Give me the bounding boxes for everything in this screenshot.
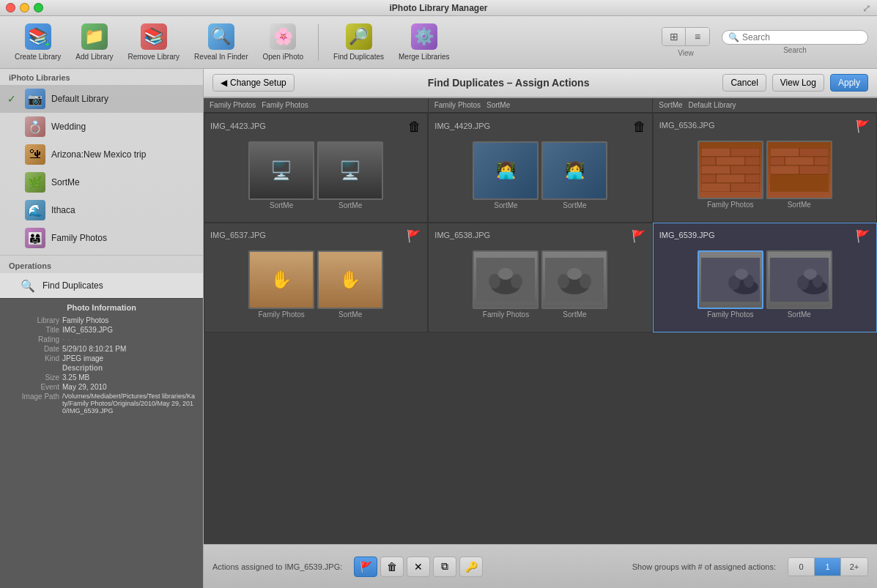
brick-thumb-6536-2 — [768, 142, 831, 198]
info-description-header: Description — [62, 364, 103, 372]
dup-thumb-item-6538-2[interactable]: SortMe — [541, 250, 607, 319]
flag-action-button[interactable]: 🚩 — [354, 557, 377, 577]
search-input[interactable] — [742, 32, 862, 42]
dup-thumb-label-6537-1: Family Photos — [258, 310, 304, 319]
dup-cell-img4429[interactable]: IMG_4429.JPG 🗑 👩‍💻 SortMe — [428, 113, 652, 223]
dup-thumb-4423-2: 🖥️ — [317, 141, 383, 200]
dup-cell-img4423[interactable]: IMG_4423.JPG 🗑 🖥️ SortMe — [204, 113, 428, 223]
sidebar-item-ithaca[interactable]: 🌊 Ithaca — [0, 196, 203, 224]
dup-content-6537: ✋ Family Photos ✋ SortMe — [210, 243, 421, 326]
dup-thumb-pair-6536: Family Photos — [697, 141, 832, 209]
create-library-icon: 📚 + — [25, 23, 51, 50]
info-label-title: Title — [7, 326, 62, 334]
dup-cell-img6539[interactable]: IMG_6539.JPG 🚩 — [653, 223, 877, 332]
computer2-thumb-1: 👩‍💻 — [474, 143, 537, 198]
info-row-library: Library Family Photos — [7, 316, 196, 324]
create-library-button[interactable]: 📚 + Create Library — [9, 21, 67, 64]
svg-rect-1 — [701, 148, 730, 157]
default-library-name: Default Library — [51, 94, 108, 104]
reveal-finder-button[interactable]: 🔍 Reveal In Finder — [188, 21, 254, 64]
show-count-buttons[interactable]: 0 1 2+ — [788, 557, 868, 576]
svg-point-23 — [489, 274, 500, 289]
count-btn-0[interactable]: 0 — [788, 558, 815, 576]
svg-point-30 — [567, 268, 582, 280]
find-duplicates-toolbar-button[interactable]: 🔎 Find Duplicates — [328, 21, 390, 64]
duplicates-scroll[interactable]: IMG_4423.JPG 🗑 🖥️ SortMe — [204, 113, 877, 544]
dup-thumb-6536-1 — [697, 141, 763, 199]
dup-thumb-item-4429-1[interactable]: 👩‍💻 SortMe — [473, 141, 539, 209]
computer2-thumb-2: 👩‍💻 — [543, 143, 606, 198]
flag-action-6538[interactable]: 🚩 — [632, 229, 646, 243]
merge-libraries-button[interactable]: ⚙️ Merge Libraries — [393, 21, 455, 64]
key-action-button[interactable]: 🔑 — [459, 557, 483, 577]
dup-thumb-6538-1 — [473, 250, 539, 309]
sortme-img: 🌿 — [25, 172, 45, 193]
crawl-thumb-6538-2 — [543, 252, 606, 308]
dup-thumb-item-4429-2[interactable]: 👩‍💻 SortMe — [541, 141, 607, 209]
panel-title: Find Duplicates – Assign Actions — [300, 77, 717, 89]
window-title: iPhoto Library Manager — [389, 3, 487, 13]
open-iphoto-button[interactable]: 🌸 Open iPhoto — [256, 21, 309, 64]
dup-thumb-item-6536-2[interactable]: SortMe — [766, 141, 832, 209]
trash-action-4429[interactable]: 🗑 — [633, 119, 646, 135]
top-row-cell-0-col2: Family Photos — [262, 101, 308, 109]
hand-thumb-6537-1: ✋ — [250, 252, 313, 308]
maximize-button[interactable] — [34, 3, 43, 12]
cancel-button[interactable]: Cancel — [722, 74, 766, 92]
dup-thumb-item-6537-1[interactable]: ✋ Family Photos — [248, 250, 314, 319]
dup-thumb-item-6539-1[interactable]: Family Photos — [697, 250, 763, 319]
flag-action-6536[interactable]: 🚩 — [856, 119, 870, 133]
count-btn-1[interactable]: 1 — [815, 558, 841, 576]
dup-filename-4429: IMG_4429.JPG — [434, 122, 490, 130]
sidebar-item-family[interactable]: 👨‍👩‍👧 Family Photos — [0, 224, 203, 252]
flag-action-6537[interactable]: 🚩 — [407, 229, 421, 243]
top-row-header: Family Photos Family Photos Family Photo… — [204, 98, 877, 113]
dup-cell-img6536[interactable]: IMG_6536.JPG 🚩 — [653, 113, 877, 223]
sidebar-item-find-duplicates[interactable]: 🔍 Find Duplicates — [0, 273, 203, 298]
top-row-cell-2-col1: SortMe — [659, 101, 682, 109]
info-row-kind: Kind JPEG image — [7, 354, 196, 362]
dup-cell-img6537[interactable]: IMG_6537.JPG 🚩 ✋ Family Photos — [204, 223, 428, 332]
minimize-button[interactable] — [20, 3, 29, 12]
clear-action-button[interactable]: ✕ — [407, 557, 430, 577]
list-view-button[interactable]: ≡ — [686, 28, 709, 45]
dup-thumb-item-6538-1[interactable]: Family Photos — [473, 250, 539, 319]
crawl-thumb-6539-selected — [699, 252, 762, 308]
dup-thumb-pair-6539: Family Photos — [697, 250, 832, 319]
top-row-cell-1: Family Photos SortMe — [429, 98, 654, 112]
search-input-wrap[interactable]: 🔍 — [722, 30, 868, 45]
dup-thumb-item-4423-2[interactable]: 🖥️ SortMe — [317, 141, 383, 209]
trash-action-4423[interactable]: 🗑 — [408, 119, 421, 135]
dup-thumb-item-6536-1[interactable]: Family Photos — [697, 141, 763, 209]
svg-rect-16 — [785, 157, 814, 165]
sidebar-item-arizona[interactable]: 🏜 Arizona:New Mexico trip — [0, 141, 203, 168]
dup-thumb-item-6537-2[interactable]: ✋ SortMe — [317, 250, 383, 319]
copy-action-button[interactable]: ⧉ — [433, 557, 456, 577]
dup-thumb-item-4423-1[interactable]: 🖥️ SortMe — [248, 141, 314, 209]
flag-action-6539[interactable]: 🚩 — [856, 229, 870, 243]
dup-thumb-6536-2 — [766, 141, 832, 199]
grid-view-button[interactable]: ⊞ — [662, 28, 686, 45]
trash-action-button[interactable]: 🗑 — [380, 557, 404, 577]
count-btn-2plus[interactable]: 2+ — [841, 558, 867, 576]
remove-library-button[interactable]: 📚 Remove Library — [122, 21, 186, 64]
window-controls[interactable] — [6, 3, 43, 12]
dup-thumb-item-6539-2[interactable]: SortMe — [766, 250, 832, 319]
sidebar-item-wedding[interactable]: 💍 Wedding — [0, 113, 203, 141]
apply-button[interactable]: Apply — [830, 74, 868, 92]
info-label-description — [7, 364, 62, 372]
top-row-cell-1-col2: SortMe — [486, 101, 510, 109]
sidebar-item-default-library[interactable]: ✓ 📷 Default Library — [0, 85, 203, 113]
add-library-button[interactable]: 📁 Add Library — [70, 21, 119, 64]
change-setup-button[interactable]: ◀ Change Setup — [212, 74, 295, 92]
dup-thumb-label-6539-1: Family Photos — [707, 310, 753, 319]
close-button[interactable] — [6, 3, 15, 12]
action-buttons: 🚩 🗑 ✕ ⧉ 🔑 — [354, 557, 483, 577]
wedding-icon: 💍 — [25, 116, 45, 137]
dup-filename-6538: IMG_6538.JPG — [434, 231, 490, 239]
dup-cell-img6538[interactable]: IMG_6538.JPG 🚩 — [428, 223, 652, 332]
view-buttons[interactable]: ⊞ ≡ — [662, 27, 710, 46]
view-log-button[interactable]: View Log — [772, 74, 824, 92]
sidebar-item-sortme[interactable]: 🌿 SortMe — [0, 168, 203, 196]
add-library-label: Add Library — [75, 53, 113, 61]
